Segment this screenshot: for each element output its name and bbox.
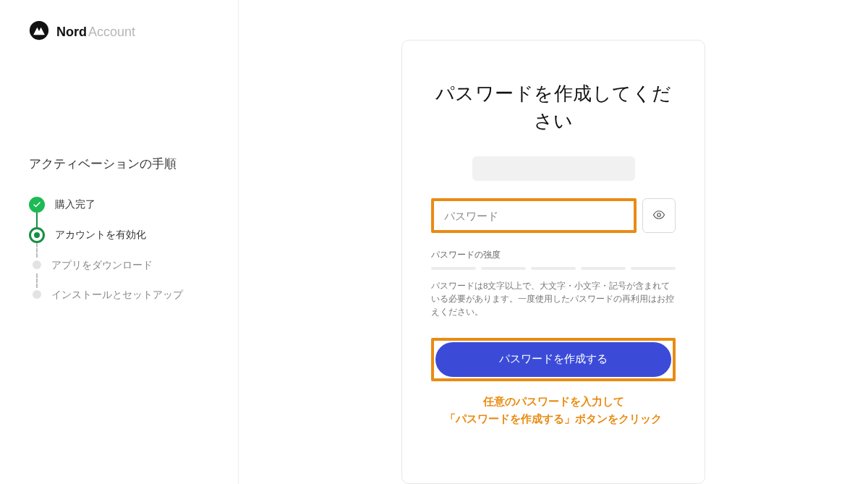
activation-steps: 購入完了 アカウントを有効化 アプリをダウンロード インストールとセットアップ — [29, 197, 216, 302]
current-step-icon — [29, 227, 45, 243]
brand-text: NordAccount — [56, 25, 135, 40]
eye-icon — [652, 208, 665, 224]
step-purchase-complete: 購入完了 — [29, 197, 216, 213]
instruction-annotation: 任意のパスワードを入力して 「パスワードを作成する」ボタンをクリック — [431, 393, 676, 428]
password-helper-text: パスワードは8文字以上で、大文字・小文字・記号が含まれている必要があります。一度… — [431, 280, 676, 318]
svg-point-1 — [658, 213, 661, 217]
steps-heading: アクティベーションの手順 — [29, 156, 216, 172]
step-label: 購入完了 — [55, 197, 95, 212]
step-label: アプリをダウンロード — [51, 258, 153, 273]
check-circle-icon — [29, 197, 45, 213]
brand-bold: Nord — [56, 25, 87, 39]
password-strength-meter — [431, 267, 676, 270]
step-label: インストールとセットアップ — [51, 287, 183, 302]
step-install-setup: インストールとセットアップ — [29, 287, 216, 302]
nord-logo-icon — [29, 20, 49, 43]
todo-dot-icon — [33, 260, 41, 269]
create-password-button[interactable]: パスワードを作成する — [435, 342, 671, 377]
main-content: パスワードを作成してください パスワードの強度 パスワードは8文字以上で、大文字… — [239, 0, 868, 484]
step-download-app: アプリをダウンロード — [29, 258, 216, 273]
annotation-line-1: 任意のパスワードを入力して — [431, 393, 676, 410]
create-button-highlight: パスワードを作成する — [431, 338, 676, 381]
todo-dot-icon — [33, 290, 41, 299]
password-input-highlight — [431, 198, 637, 233]
password-strength-label: パスワードの強度 — [431, 249, 676, 261]
sidebar: NordAccount アクティベーションの手順 購入完了 アカウントを有効化 … — [0, 0, 239, 484]
toggle-password-visibility-button[interactable] — [642, 198, 676, 233]
password-input[interactable] — [434, 201, 634, 230]
password-row — [431, 198, 676, 233]
step-activate-account: アカウントを有効化 — [29, 227, 216, 243]
card-heading: パスワードを作成してください — [431, 80, 676, 135]
annotation-line-2: 「パスワードを作成する」ボタンをクリック — [431, 410, 676, 428]
step-label: アカウントを有効化 — [55, 227, 146, 242]
svg-point-0 — [30, 21, 48, 40]
email-display-placeholder — [472, 156, 635, 181]
create-password-card: パスワードを作成してください パスワードの強度 パスワードは8文字以上で、大文字… — [401, 40, 705, 484]
brand-light: Account — [88, 25, 135, 39]
brand: NordAccount — [29, 20, 216, 43]
